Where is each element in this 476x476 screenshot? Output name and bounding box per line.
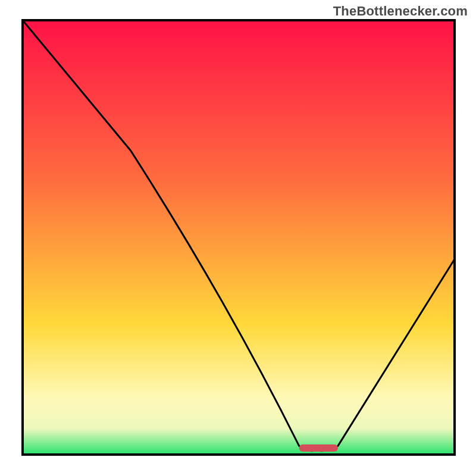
gradient-background	[23, 20, 455, 455]
bottleneck-chart: TheBottlenecker.com	[0, 0, 476, 476]
optimal-range-marker	[299, 444, 338, 452]
plot-area	[23, 20, 455, 455]
chart-svg	[0, 0, 476, 476]
